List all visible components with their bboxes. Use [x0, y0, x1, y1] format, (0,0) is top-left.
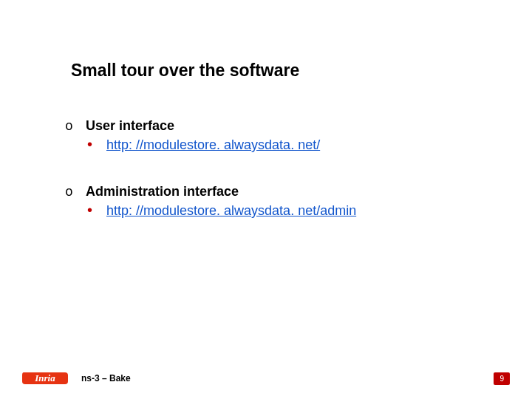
- svg-text:Inria: Inria: [34, 372, 55, 383]
- dot-bullet-icon: •: [87, 202, 106, 217]
- sub-bullet-row: • http: //modulestore. alwaysdata. net/: [87, 137, 356, 153]
- inria-logo-icon: Inria: [22, 369, 68, 387]
- section-user-interface: o User interface • http: //modulestore. …: [65, 118, 356, 153]
- page-number: 9: [494, 372, 510, 385]
- section-header: o Administration interface: [65, 184, 356, 200]
- section-admin-interface: o Administration interface • http: //mod…: [65, 184, 356, 219]
- section-header: o User interface: [65, 118, 356, 134]
- link-user-interface[interactable]: http: //modulestore. alwaysdata. net/: [106, 137, 320, 153]
- sub-bullet-row: • http: //modulestore. alwaysdata. net/a…: [87, 202, 356, 219]
- circle-bullet-icon: o: [65, 185, 86, 200]
- content-area: o User interface • http: //modulestore. …: [65, 118, 356, 250]
- link-admin-interface[interactable]: http: //modulestore. alwaysdata. net/adm…: [106, 203, 356, 219]
- circle-bullet-icon: o: [65, 119, 86, 134]
- footer-title: ns-3 – Bake: [81, 373, 131, 383]
- dot-bullet-icon: •: [87, 137, 106, 151]
- section-title: Administration interface: [86, 184, 239, 200]
- slide-title: Small tour over the software: [71, 61, 299, 81]
- section-title: User interface: [86, 118, 174, 134]
- footer: Inria ns-3 – Bake 9: [22, 369, 510, 387]
- logo-area: Inria ns-3 – Bake: [22, 369, 131, 387]
